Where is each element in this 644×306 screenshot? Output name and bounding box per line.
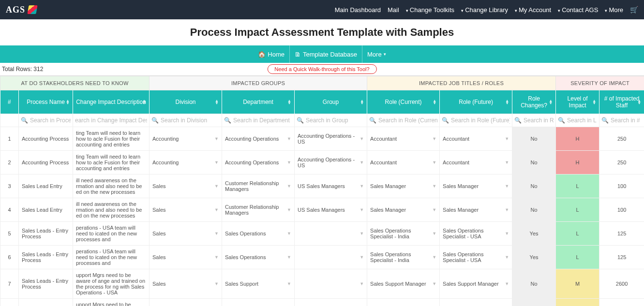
chevron-down-icon[interactable]: ▼ xyxy=(432,281,436,286)
chevron-down-icon[interactable]: ▼ xyxy=(359,136,364,141)
table-row[interactable]: 4Sales Lead Entryill need awareness on t… xyxy=(0,198,644,222)
cell-process[interactable]: Sales Leads - Entry Process xyxy=(19,269,73,299)
cell-process[interactable]: Sales Leads - Entry Process xyxy=(19,222,73,246)
cell-group[interactable]: ▼ xyxy=(295,269,367,299)
col-division[interactable]: Division▲▼ xyxy=(150,90,222,114)
col-process-name[interactable]: Process Name▲▼ xyxy=(19,90,73,114)
chevron-down-icon[interactable]: ▼ xyxy=(432,255,436,260)
walkthrough-link[interactable]: Need a Quick Walk-through of this Tool? xyxy=(267,64,376,74)
cell-role-current[interactable]: Sales Support Manager▼ xyxy=(367,299,440,306)
cell-department[interactable]: Accounting Operations▼ xyxy=(222,151,295,175)
cell-group[interactable]: US Sales Managers▼ xyxy=(295,198,367,222)
search-department[interactable] xyxy=(233,117,292,124)
nav-more[interactable]: More xyxy=(605,6,623,14)
cart-icon[interactable]: 🛒 xyxy=(630,6,638,14)
cell-desc[interactable]: ting Team will need to learn how to acle… xyxy=(73,127,150,151)
table-row[interactable]: 3Sales Lead Entryill need awareness on t… xyxy=(0,175,644,198)
search-role-changes[interactable] xyxy=(524,117,554,124)
table-row[interactable]: 2Accounting Processting Team will need t… xyxy=(0,151,644,175)
chevron-down-icon[interactable]: ▼ xyxy=(287,136,291,141)
sort-icon[interactable]: ▲▼ xyxy=(433,100,436,104)
cell-process[interactable]: Sales Leads - Entry Process xyxy=(19,246,73,269)
cell-role-current[interactable]: Sales Manager▼ xyxy=(367,175,440,198)
cell-role-current[interactable]: Sales Manager▼ xyxy=(367,198,440,222)
cell-group[interactable]: ▼ xyxy=(295,299,367,306)
table-row[interactable]: 6Sales Leads - Entry Processperations - … xyxy=(0,246,644,269)
cell-division[interactable]: Sales▼ xyxy=(150,269,222,299)
chevron-down-icon[interactable]: ▼ xyxy=(505,207,509,212)
search-change-desc[interactable] xyxy=(75,117,147,124)
chevron-down-icon[interactable]: ▼ xyxy=(214,207,219,212)
cell-group[interactable]: ▼ xyxy=(295,222,367,246)
sort-icon[interactable]: ▲▼ xyxy=(142,100,146,104)
cell-department[interactable]: Sales Support▼ xyxy=(222,299,295,306)
cell-process[interactable]: Accounting Process xyxy=(19,127,73,151)
nav-dashboard[interactable]: Main Dashboard xyxy=(335,6,381,14)
cell-desc[interactable]: ill need awareness on the rmation and al… xyxy=(73,175,150,198)
cell-desc[interactable]: perations - USA team will need to icated… xyxy=(73,222,150,246)
cell-role-current[interactable]: Accountant▼ xyxy=(367,127,440,151)
chevron-down-icon[interactable]: ▼ xyxy=(287,255,291,260)
chevron-down-icon[interactable]: ▼ xyxy=(432,207,436,212)
nav-library[interactable]: Change Library xyxy=(461,6,508,14)
cell-division[interactable]: Sales▼ xyxy=(150,175,222,198)
chevron-down-icon[interactable]: ▼ xyxy=(214,255,219,260)
chevron-down-icon[interactable]: ▼ xyxy=(505,184,509,189)
chevron-down-icon[interactable]: ▼ xyxy=(432,160,436,165)
chevron-down-icon[interactable]: ▼ xyxy=(287,231,291,236)
sort-icon[interactable]: ▲▼ xyxy=(592,100,596,104)
cell-role-current[interactable]: Sales Support Manager▼ xyxy=(367,269,440,299)
cell-role-future[interactable]: Sales Support Manager▼ xyxy=(440,269,512,299)
chevron-down-icon[interactable]: ▼ xyxy=(287,184,291,189)
chevron-down-icon[interactable]: ▼ xyxy=(505,281,509,286)
table-row[interactable]: 5Sales Leads - Entry Processperations - … xyxy=(0,222,644,246)
search-staff[interactable] xyxy=(611,117,642,124)
chevron-down-icon[interactable]: ▼ xyxy=(359,160,364,165)
nav-toolkits[interactable]: Change Toolkits xyxy=(406,6,454,14)
nav-mail[interactable]: Mail xyxy=(388,6,399,14)
cell-department[interactable]: Customer Relationship Managers▼ xyxy=(222,198,295,222)
cell-department[interactable]: Sales Support▼ xyxy=(222,269,295,299)
cell-process[interactable]: Sales Lead Entry xyxy=(19,175,73,198)
cell-role-future[interactable]: Sales Operations Specialist - USA▼ xyxy=(440,222,512,246)
cell-department[interactable]: Customer Relationship Managers▼ xyxy=(222,175,295,198)
col-department[interactable]: Department▲▼ xyxy=(222,90,295,114)
cell-division[interactable]: Accounting▼ xyxy=(150,127,222,151)
chevron-down-icon[interactable]: ▼ xyxy=(432,184,436,189)
chevron-down-icon[interactable]: ▼ xyxy=(505,255,509,260)
sort-icon[interactable]: ▲▼ xyxy=(66,100,70,104)
search-process-name[interactable] xyxy=(30,117,71,124)
cell-division[interactable]: Accounting▼ xyxy=(150,151,222,175)
search-role-future[interactable] xyxy=(451,117,510,124)
toolbar-more[interactable]: More ▾ xyxy=(362,45,391,63)
chevron-down-icon[interactable]: ▼ xyxy=(359,231,364,236)
nav-account[interactable]: My Account xyxy=(515,6,551,14)
nav-contact[interactable]: Contact AGS xyxy=(558,6,598,14)
sort-icon[interactable]: ▲▼ xyxy=(360,100,364,104)
cell-role-future[interactable]: Sales Manager▼ xyxy=(440,198,512,222)
sort-icon[interactable]: ▲▼ xyxy=(637,100,641,104)
table-row[interactable]: 7Sales Leads - Entry Processupport Mgrs … xyxy=(0,269,644,299)
cell-role-current[interactable]: Accountant▼ xyxy=(367,151,440,175)
cell-division[interactable]: Sales▼ xyxy=(150,246,222,269)
cell-department[interactable]: Sales Operations▼ xyxy=(222,222,295,246)
sort-icon[interactable]: ▲▼ xyxy=(215,100,219,104)
cell-desc[interactable]: ting Team will need to learn how to acle… xyxy=(73,151,150,175)
search-level[interactable] xyxy=(567,117,597,124)
cell-group[interactable]: Accounting Operations - US▼ xyxy=(295,127,367,151)
search-division[interactable] xyxy=(161,117,220,124)
cell-division[interactable]: Sales▼ xyxy=(150,198,222,222)
sort-icon[interactable]: ▲▼ xyxy=(287,100,291,104)
col-role-changes[interactable]: Role Changes?▲▼ xyxy=(512,90,556,114)
cell-group[interactable]: ▼ xyxy=(295,246,367,269)
cell-process[interactable]: Sales Leads - Entry Process xyxy=(19,299,73,306)
chevron-down-icon[interactable]: ▼ xyxy=(505,231,509,236)
col-level[interactable]: Level of Impact▲▼ xyxy=(556,90,599,114)
table-row[interactable]: 8Sales Leads - Entry Processupport Mgrs … xyxy=(0,299,644,306)
cell-role-future[interactable]: Sales Operations Specialist - USA▼ xyxy=(440,246,512,269)
cell-department[interactable]: Accounting Operations▼ xyxy=(222,127,295,151)
search-role-current[interactable] xyxy=(378,117,437,124)
col-staff[interactable]: # of Impacted Staff▲▼ xyxy=(599,90,644,114)
cell-group[interactable]: Accounting Operations - US▼ xyxy=(295,151,367,175)
chevron-down-icon[interactable]: ▼ xyxy=(287,281,291,286)
